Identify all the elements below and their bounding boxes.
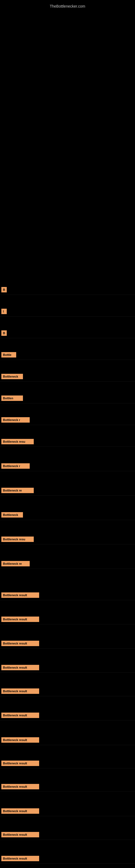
bottleneck-result-label: Bottleneck (1, 512, 23, 518)
bottleneck-item: Bottleneck re (0, 486, 135, 496)
bottleneck-result-label: Bottlen (1, 396, 23, 401)
bottleneck-result-label: Bottleneck r (1, 417, 30, 423)
bottleneck-result-label: Bottleneck result (1, 784, 39, 789)
bottleneck-item: I (0, 307, 135, 316)
bottleneck-item: Bottleneck r (0, 415, 135, 425)
bottleneck-item: Bottleneck result (0, 806, 135, 816)
bottleneck-item: Bottleneck result (0, 758, 135, 769)
bottleneck-result-label: Bottleneck re (1, 561, 30, 566)
bottleneck-result-label: Bottleneck resu (1, 439, 34, 444)
bottleneck-item: Bottleneck re (0, 559, 135, 569)
bottleneck-item: Bottleneck result (0, 735, 135, 745)
bottleneck-result-label: Bottleneck result (1, 688, 39, 694)
bottleneck-item: Bottleneck result (0, 782, 135, 792)
bottleneck-item: Bottlen (0, 393, 135, 403)
bottleneck-result-label: B (1, 330, 7, 336)
bottleneck-result-label: B (1, 287, 7, 292)
bottleneck-item: Bottle (0, 350, 135, 360)
bottleneck-item: Bottleneck (0, 372, 135, 382)
bottleneck-item: B (0, 328, 135, 338)
bottleneck-result-label: Bottleneck result (1, 856, 39, 861)
bottleneck-result-label: Bottleneck result (1, 641, 39, 646)
bottleneck-result-label: Bottleneck result (1, 737, 39, 743)
bottleneck-item: Bottleneck result (0, 830, 135, 840)
bottleneck-item: B (0, 285, 135, 295)
site-title: TheBottlenecker.com (0, 1, 135, 11)
bottleneck-item: Bottleneck resu (0, 437, 135, 447)
bottleneck-result-label: I (1, 309, 7, 314)
bottleneck-result-label: Bottle (1, 352, 16, 358)
bottleneck-item: Bottleneck result (0, 614, 135, 624)
bottleneck-item: Bottleneck result (0, 639, 135, 649)
bottleneck-result-label: Bottleneck result (1, 761, 39, 766)
bottleneck-item: Bottleneck result (0, 686, 135, 696)
bottleneck-result-label: Bottleneck (1, 374, 23, 379)
bottleneck-item: Bottleneck resu (0, 534, 135, 545)
bottleneck-result-label: Bottleneck result (1, 832, 39, 837)
bottleneck-item: Bottleneck result (0, 854, 135, 864)
bottleneck-item: Bottleneck (0, 510, 135, 520)
bottleneck-item: Bottleneck result (0, 590, 135, 600)
bottleneck-result-label: Bottleneck result (1, 713, 39, 718)
bottleneck-result-label: Bottleneck r (1, 463, 30, 469)
bottleneck-item: Bottleneck result (0, 710, 135, 720)
bottleneck-result-label: Bottleneck re (1, 488, 34, 493)
bottleneck-result-label: Bottleneck result (1, 592, 39, 598)
bottleneck-item: Bottleneck r (0, 461, 135, 471)
bottleneck-result-label: Bottleneck result (1, 808, 39, 814)
bottleneck-result-label: Bottleneck resu (1, 536, 34, 542)
bottleneck-result-label: Bottleneck result (1, 617, 39, 622)
bottleneck-item: Bottleneck result (0, 663, 135, 673)
bottleneck-result-label: Bottleneck result (1, 665, 39, 670)
